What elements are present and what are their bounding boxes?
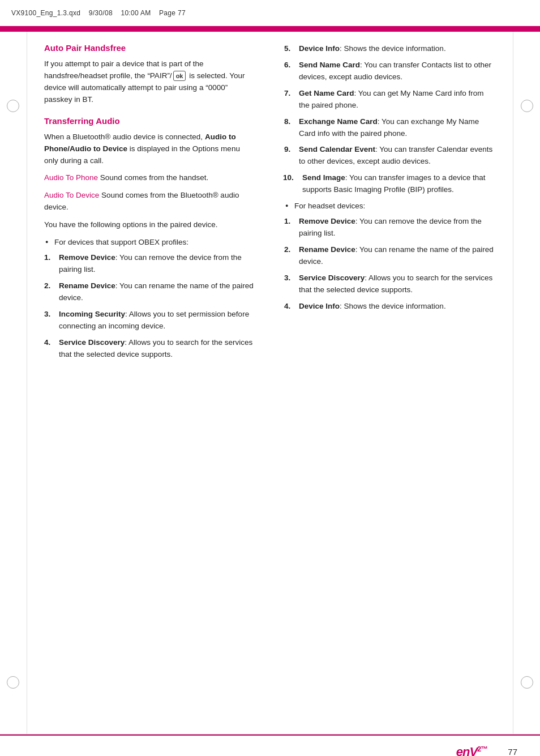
- right-list-item-8: 8. Exchange Name Card: You can exchange …: [284, 116, 496, 140]
- top-accent-bar: [0, 27, 540, 32]
- right-label-6: Send Name Card: [299, 61, 360, 69]
- left-sidebar: [0, 32, 27, 734]
- headset-item-3: 3. Service Discovery: Allows you to sear…: [284, 272, 496, 296]
- headset-num-2: 2.: [284, 244, 290, 256]
- circle-marker-left-top: [7, 100, 19, 112]
- circle-marker-left-bottom: [7, 676, 19, 689]
- headset-bullet-item: For headset devices:: [284, 200, 496, 212]
- brand-logo: enV2™: [456, 745, 488, 756]
- header-date: 9/30/08: [89, 9, 113, 17]
- right-list-item-10: 10. Send Image: You can transfer images …: [284, 172, 496, 196]
- headset-label-4: Device Info: [299, 302, 340, 310]
- right-list-item-7: 7. Get Name Card: You can get My Name Ca…: [284, 88, 496, 112]
- obex-bullet-item: For devices that support OBEX profiles:: [44, 237, 256, 249]
- page-number: 77: [508, 747, 517, 756]
- right-label-8: Exchange Name Card: [299, 117, 378, 126]
- ok-box: ok: [173, 71, 186, 81]
- brand-text: enV2™: [456, 745, 488, 756]
- header-page: Page 77: [159, 9, 186, 17]
- audio-to-phone-text: Sound comes from the handset.: [98, 173, 208, 182]
- header-spacer: [80, 9, 89, 17]
- page-wrapper: Auto Pair Handsfree If you attempt to pa…: [0, 32, 540, 734]
- right-text-5: : Shows the device information.: [340, 44, 446, 53]
- headset-item-1: 1. Remove Device: You can remove the dev…: [284, 216, 496, 240]
- list-num-1: 1.: [44, 252, 50, 264]
- auto-pair-body: If you attempt to pair a device that is …: [44, 58, 256, 106]
- transferring-text1: When a Bluetooth® audio device is connec…: [44, 133, 203, 141]
- header-filename: VX9100_Eng_1.3.qxd: [11, 9, 80, 17]
- item-label-4: Service Discovery: [59, 338, 125, 347]
- headset-num-4: 4.: [284, 301, 290, 313]
- right-list-item-6: 6. Send Name Card: You can transfer Cont…: [284, 59, 496, 83]
- header-spacer3: [151, 9, 160, 17]
- headset-label-3: Service Discovery: [299, 274, 365, 282]
- headset-bullet-text: For headset devices:: [294, 202, 365, 210]
- headset-num-3: 3.: [284, 272, 290, 284]
- headset-label-1: Remove Device: [299, 217, 355, 225]
- right-num-8: 8.: [284, 116, 290, 128]
- headset-label-2: Rename Device: [299, 245, 355, 254]
- circle-marker-right-top: [521, 100, 533, 112]
- right-label-9: Send Calendar Event: [299, 145, 375, 153]
- right-column: 5. Device Info: Shows the device informa…: [278, 43, 496, 723]
- obex-bullet-text: For devices that support OBEX profiles:: [54, 238, 188, 246]
- list-item-1: 1. Remove Device: You can remove the dev…: [44, 252, 256, 276]
- item-label-1: Remove Device: [59, 253, 115, 262]
- list-item-4: 4. Service Discovery: Allows you to sear…: [44, 337, 256, 361]
- main-content: Auto Pair Handsfree If you attempt to pa…: [27, 32, 513, 734]
- right-sidebar: [513, 32, 540, 734]
- audio-to-phone-line: Audio To Phone Sound comes from the hand…: [44, 172, 256, 184]
- headset-bullet-list: For headset devices:: [284, 200, 496, 212]
- section-transferring-title: Transferring Audio: [44, 116, 256, 126]
- headset-text-4: : Shows the device information.: [340, 302, 446, 310]
- right-num-6: 6.: [284, 59, 290, 71]
- audio-to-device-line: Audio To Device Sound comes from the Blu…: [44, 190, 256, 213]
- right-num-7: 7.: [284, 88, 290, 100]
- right-num-9: 9.: [284, 144, 290, 156]
- transferring-body: When a Bluetooth® audio device is connec…: [44, 131, 256, 167]
- bottom-bar: enV2™ 77: [0, 734, 540, 756]
- list-num-4: 4.: [44, 337, 50, 349]
- headset-num-1: 1.: [284, 216, 290, 228]
- audio-to-device-label: Audio To Device: [44, 191, 99, 199]
- left-numbered-list: 1. Remove Device: You can remove the dev…: [44, 252, 256, 360]
- header-spacer2: [113, 9, 121, 17]
- top-bar: VX9100_Eng_1.3.qxd 9/30/08 10:00 AM Page…: [0, 0, 540, 27]
- right-label-7: Get Name Card: [299, 89, 354, 97]
- item-label-3: Incoming Security: [59, 310, 125, 318]
- list-item-2: 2. Rename Device: You can rename the nam…: [44, 280, 256, 304]
- right-num-10: 10.: [283, 172, 294, 184]
- right-label-5: Device Info: [299, 44, 340, 53]
- item-label-2: Rename Device: [59, 281, 115, 290]
- list-num-3: 3.: [44, 309, 50, 321]
- options-intro: You have the following options in the pa…: [44, 219, 256, 231]
- right-list-item-5: 5. Device Info: Shows the device informa…: [284, 43, 496, 55]
- left-column: Auto Pair Handsfree If you attempt to pa…: [44, 43, 262, 723]
- headset-numbered-list: 1. Remove Device: You can remove the dev…: [284, 216, 496, 312]
- obex-bullet-list: For devices that support OBEX profiles:: [44, 237, 256, 249]
- right-numbered-list: 5. Device Info: Shows the device informa…: [284, 43, 496, 196]
- right-list-item-9: 9. Send Calendar Event: You can transfer…: [284, 144, 496, 168]
- right-num-5: 5.: [284, 43, 290, 55]
- headset-item-4: 4. Device Info: Shows the device informa…: [284, 301, 496, 313]
- list-item-3: 3. Incoming Security: Allows you to set …: [44, 309, 256, 332]
- headset-item-2: 2. Rename Device: You can rename the nam…: [284, 244, 496, 268]
- brand-superscript: 2™: [477, 745, 487, 753]
- circle-marker-right-bottom: [521, 676, 533, 689]
- list-num-2: 2.: [44, 280, 50, 292]
- right-label-10: Send Image: [302, 173, 345, 182]
- header-time: 10:00 AM: [121, 9, 151, 17]
- section-auto-pair-title: Auto Pair Handsfree: [44, 43, 256, 53]
- audio-to-phone-label: Audio To Phone: [44, 173, 98, 182]
